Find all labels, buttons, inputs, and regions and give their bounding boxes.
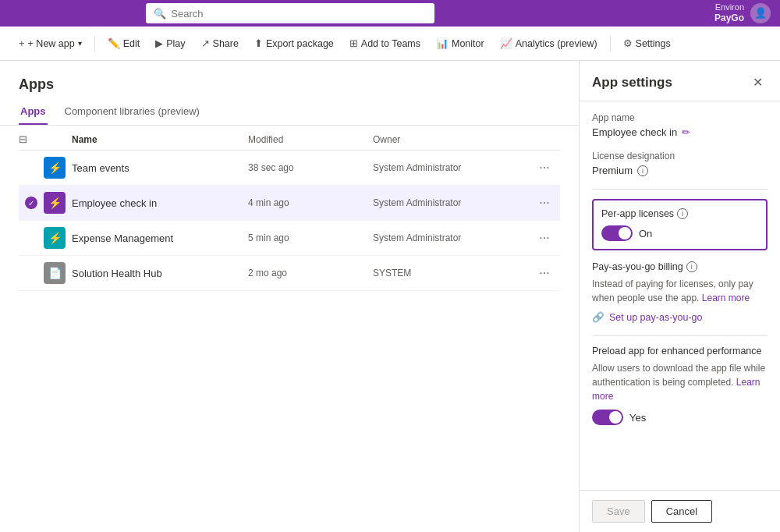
- table-area: ⊟ Name Modified Owner ⚡ Team events 38 s…: [0, 126, 579, 532]
- payg-description: Instead of paying for licenses, only pay…: [592, 277, 768, 305]
- preload-title: Preload app for enhanced performance: [592, 346, 768, 356]
- preload-toggle[interactable]: [592, 410, 623, 425]
- new-app-button[interactable]: + + New app ▾: [12, 34, 88, 52]
- monitor-icon: 📊: [436, 37, 448, 49]
- divider: [592, 189, 768, 190]
- per-app-toggle-label: On: [639, 228, 652, 239]
- name-col-header: Name: [72, 134, 248, 145]
- app-modified: 4 min ago: [248, 197, 373, 208]
- payg-learn-more-link[interactable]: Learn more: [702, 293, 750, 303]
- settings-button[interactable]: ⚙ Settings: [617, 34, 677, 52]
- table-row[interactable]: 📄 Solution Health Hub 2 mo ago SYSTEM ··…: [19, 256, 560, 291]
- app-modified: 5 min ago: [248, 232, 373, 243]
- row-more-button[interactable]: ···: [529, 161, 560, 175]
- app-owner: System Administrator: [373, 232, 529, 243]
- edit-icon: ✏️: [108, 37, 120, 49]
- export-button[interactable]: ⬆ Export package: [248, 34, 340, 52]
- modified-col-header: Modified: [248, 134, 373, 145]
- app-settings-panel: App settings ✕ App name Employee check i…: [579, 61, 780, 532]
- app-icon-col: 📄: [44, 262, 72, 284]
- app-name: Employee check in: [72, 197, 248, 209]
- search-input[interactable]: [171, 8, 427, 20]
- license-label: License designation: [592, 151, 768, 161]
- analytics-button[interactable]: 📈 Analytics (preview): [494, 34, 604, 52]
- settings-title: App settings: [592, 75, 672, 90]
- payg-field: Pay-as-you-go billing i Instead of payin…: [592, 261, 768, 323]
- license-info-icon[interactable]: i: [637, 165, 648, 176]
- app-icon: ⚡: [44, 227, 66, 249]
- per-app-info-icon[interactable]: i: [677, 208, 688, 219]
- payg-setup-link[interactable]: 🔗 Set up pay-as-you-go: [592, 311, 768, 323]
- license-field: License designation Premium i: [592, 151, 768, 176]
- app-modified: 38 sec ago: [248, 162, 373, 173]
- separator: [94, 36, 95, 51]
- divider2: [592, 335, 768, 336]
- separator2: [610, 36, 611, 51]
- share-button[interactable]: ↗ Share: [195, 34, 245, 52]
- table-row[interactable]: ⚡ Team events 38 sec ago System Administ…: [19, 151, 560, 186]
- preload-description: Allow users to download the app file whi…: [592, 361, 768, 403]
- payg-info-icon[interactable]: i: [686, 261, 697, 272]
- app-name: Expense Management: [72, 232, 248, 244]
- settings-footer: Save Cancel: [580, 490, 780, 532]
- owner-col-header: Owner: [373, 134, 529, 145]
- row-checkbox-selected[interactable]: ✓: [19, 197, 44, 209]
- avatar[interactable]: 👤: [750, 3, 771, 23]
- chevron-down-icon: ▾: [78, 39, 82, 48]
- app-modified: 2 mo ago: [248, 268, 373, 278]
- app-icon: ⚡: [44, 157, 66, 179]
- app-icon: ⚡: [44, 192, 66, 214]
- topbar-right: Environ PayGo 👤: [714, 2, 771, 24]
- preload-field: Preload app for enhanced performance All…: [592, 346, 768, 425]
- payg-title: Pay-as-you-go billing i: [592, 261, 768, 272]
- per-app-licenses-box: Per-app licenses i On: [592, 199, 768, 250]
- table-row[interactable]: ✓ ⚡ Employee check in 4 min ago System A…: [19, 186, 560, 221]
- app-name: Solution Health Hub: [72, 268, 248, 279]
- export-icon: ⬆: [254, 37, 263, 49]
- row-more-button[interactable]: ···: [529, 231, 560, 245]
- app-owner: System Administrator: [373, 162, 529, 173]
- table-row[interactable]: ⚡ Expense Management 5 min ago System Ad…: [19, 221, 560, 256]
- toolbar: + + New app ▾ ✏️ Edit ▶ Play ↗ Share ⬆ E…: [0, 27, 780, 61]
- monitor-button[interactable]: 📊 Monitor: [430, 34, 491, 52]
- link-icon: 🔗: [592, 311, 604, 323]
- check-col-header: ⊟: [19, 133, 44, 145]
- app-icon: 📄: [44, 262, 66, 284]
- table-header: ⊟ Name Modified Owner: [19, 126, 560, 151]
- env-label: Environ: [714, 2, 744, 12]
- gear-icon: ⚙: [623, 37, 633, 49]
- env-name: PayGo: [714, 12, 744, 23]
- save-button: Save: [592, 500, 645, 523]
- app-name-value: Employee check in ✏: [592, 126, 768, 138]
- close-button[interactable]: ✕: [748, 73, 768, 91]
- app-icon-col: ⚡: [44, 192, 72, 214]
- edit-app-name-icon[interactable]: ✏: [682, 126, 690, 138]
- app-owner: SYSTEM: [373, 268, 529, 278]
- play-icon: ▶: [155, 37, 163, 49]
- page-title: Apps: [0, 61, 579, 99]
- teams-icon: ⊞: [349, 37, 358, 49]
- cancel-button[interactable]: Cancel: [651, 500, 712, 523]
- tab-component-libraries[interactable]: Component libraries (preview): [63, 99, 201, 125]
- preload-toggle-row: Yes: [592, 410, 768, 425]
- per-app-label: Per-app licenses i: [601, 208, 758, 219]
- app-icon-col: ⚡: [44, 157, 72, 179]
- left-panel: Apps Apps Component libraries (preview) …: [0, 61, 579, 532]
- app-owner: System Administrator: [373, 197, 529, 208]
- search-icon: 🔍: [154, 8, 166, 20]
- row-more-button[interactable]: ···: [529, 196, 560, 210]
- settings-body: App name Employee check in ✏ License des…: [580, 101, 780, 490]
- edit-button[interactable]: ✏️ Edit: [101, 34, 147, 52]
- env-info: Environ PayGo: [714, 2, 744, 24]
- row-more-button[interactable]: ···: [529, 266, 560, 280]
- play-button[interactable]: ▶ Play: [149, 34, 191, 52]
- selected-indicator: ✓: [25, 197, 37, 209]
- preload-toggle-label: Yes: [629, 412, 646, 424]
- tab-apps[interactable]: Apps: [19, 99, 48, 125]
- add-to-teams-button[interactable]: ⊞ Add to Teams: [343, 34, 427, 52]
- app-name: Team events: [72, 162, 248, 174]
- analytics-icon: 📈: [500, 37, 512, 49]
- app-icon-col: ⚡: [44, 227, 72, 249]
- search-box[interactable]: 🔍: [146, 3, 434, 23]
- per-app-toggle[interactable]: [601, 225, 633, 241]
